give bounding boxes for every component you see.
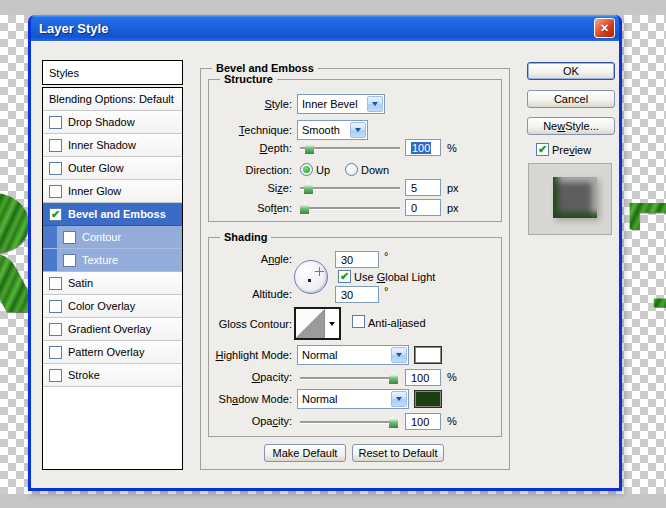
sidebar-item-label: Outer Glow [68, 162, 124, 174]
indent-strip [43, 226, 57, 248]
sidebar-item-label: Color Overlay [68, 300, 135, 312]
style-dropdown[interactable]: Inner Bevel [297, 94, 385, 114]
highlight-color-swatch[interactable] [414, 346, 442, 364]
sidebar-item-color-overlay[interactable]: Color Overlay [43, 295, 182, 318]
canvas-edge-top [0, 0, 666, 15]
sidebar-item-contour[interactable]: Contour [43, 226, 182, 249]
make-default-button[interactable]: Make Default [264, 444, 346, 462]
sidebar-item-stroke[interactable]: Stroke [43, 364, 182, 387]
screenshot-stage: R T Layer Style ✕ Styles Blending Option… [0, 0, 666, 508]
altitude-unit: ° [384, 285, 388, 297]
sidebar-item-satin[interactable]: Satin [43, 272, 182, 295]
outer-glow-checkbox[interactable] [49, 162, 62, 175]
shadow-mode-label: Shadow Mode: [197, 393, 292, 405]
technique-dropdown[interactable]: Smooth [297, 120, 368, 140]
cancel-button[interactable]: Cancel [527, 90, 615, 108]
soften-field[interactable]: 0 [405, 199, 441, 216]
dropdown-button[interactable] [391, 347, 407, 363]
direction-down-radio[interactable] [345, 163, 358, 176]
technique-label: Technique: [197, 124, 292, 136]
gloss-contour-thumbnail[interactable] [296, 309, 324, 338]
depth-value: 100 [411, 142, 431, 154]
direction-up-radio[interactable] [300, 163, 313, 176]
size-slider[interactable] [300, 187, 400, 189]
sidebar-item-texture[interactable]: Texture [43, 249, 182, 272]
background-letter-right: T [628, 186, 666, 328]
depth-label: Depth: [197, 142, 292, 154]
sidebar-item-outer-glow[interactable]: Outer Glow [43, 157, 182, 180]
new-style-button[interactable]: New Style... [527, 117, 615, 135]
shadow-opacity-label: Opacity: [197, 415, 292, 427]
preview-label: Preview [552, 144, 591, 156]
shadow-opacity-field[interactable]: 100 [405, 413, 441, 430]
depth-slider[interactable] [300, 147, 400, 149]
close-button[interactable]: ✕ [594, 18, 615, 38]
highlight-opacity-unit: % [447, 371, 457, 383]
sidebar-item-label: Drop Shadow [68, 116, 135, 128]
highlight-opacity-label: Opacity: [197, 371, 292, 383]
reset-to-default-button[interactable]: Reset to Default [352, 444, 444, 462]
sidebar-item-pattern-overlay[interactable]: Pattern Overlay [43, 341, 182, 364]
crosshair-cursor-icon [315, 267, 324, 276]
ok-button[interactable]: OK [527, 62, 615, 80]
soften-slider[interactable] [300, 207, 400, 209]
stroke-checkbox[interactable] [49, 369, 62, 382]
gloss-contour-label: Gloss Contour: [197, 318, 292, 330]
preview-checkbox[interactable]: ✔ [536, 143, 549, 156]
angle-label: Angle: [197, 253, 292, 265]
layer-style-dialog: Layer Style ✕ Styles Blending Options: D… [28, 15, 622, 491]
sidebar-item-label: Inner Shadow [68, 139, 136, 151]
direction-down-label: Down [361, 164, 389, 176]
highlight-opacity-field[interactable]: 100 [405, 369, 441, 386]
color-overlay-checkbox[interactable] [49, 300, 62, 313]
shadow-mode-dropdown[interactable]: Normal [297, 389, 409, 409]
dropdown-button[interactable] [350, 122, 366, 138]
styles-header: Styles [42, 60, 183, 85]
gloss-contour-picker[interactable] [294, 307, 341, 340]
sidebar-item-label: Stroke [68, 369, 100, 381]
inner-shadow-checkbox[interactable] [49, 139, 62, 152]
bevel-emboss-checkbox[interactable]: ✔ [49, 208, 62, 221]
satin-checkbox[interactable] [49, 277, 62, 290]
dialog-title: Layer Style [39, 21, 108, 36]
close-icon: ✕ [600, 22, 609, 35]
sidebar-item-inner-shadow[interactable]: Inner Shadow [43, 134, 182, 157]
dialog-body: Styles Blending Options: Default Drop Sh… [31, 41, 619, 488]
use-global-light-checkbox[interactable]: ✔ [338, 270, 351, 283]
dialog-titlebar[interactable]: Layer Style ✕ [31, 15, 619, 41]
texture-checkbox[interactable] [63, 254, 76, 267]
highlight-mode-dropdown[interactable]: Normal [297, 345, 409, 365]
sidebar-item-gradient-overlay[interactable]: Gradient Overlay [43, 318, 182, 341]
size-field[interactable]: 5 [405, 179, 441, 196]
sidebar-item-drop-shadow[interactable]: Drop Shadow [43, 111, 182, 134]
gradient-overlay-checkbox[interactable] [49, 323, 62, 336]
angle-unit: ° [384, 250, 388, 262]
structure-group-title: Structure [220, 73, 277, 85]
dropdown-button[interactable] [391, 391, 407, 407]
style-label: Style: [197, 98, 292, 110]
contour-checkbox[interactable] [63, 231, 76, 244]
drop-shadow-checkbox[interactable] [49, 116, 62, 129]
size-value: 5 [411, 182, 417, 194]
direction-label: Direction: [197, 164, 292, 176]
angle-field[interactable]: 30 [335, 251, 379, 268]
sidebar-item-inner-glow[interactable]: Inner Glow [43, 180, 182, 203]
shadow-color-swatch[interactable] [414, 390, 442, 408]
sidebar-item-label: Satin [68, 277, 93, 289]
altitude-field[interactable]: 30 [335, 286, 379, 303]
depth-field[interactable]: 100 [405, 139, 441, 156]
inner-glow-checkbox[interactable] [49, 185, 62, 198]
gloss-contour-dropdown-button[interactable] [324, 309, 339, 338]
soften-value: 0 [411, 202, 417, 214]
anti-aliased-checkbox[interactable] [352, 315, 365, 328]
sidebar-item-bevel-and-emboss[interactable]: ✔ Bevel and Emboss [43, 203, 182, 226]
sidebar-item-label: Pattern Overlay [68, 346, 144, 358]
dropdown-button[interactable] [367, 96, 383, 112]
angle-dial[interactable] [294, 260, 328, 294]
pattern-overlay-checkbox[interactable] [49, 346, 62, 359]
shadow-mode-value: Normal [302, 393, 337, 405]
chevron-down-icon [355, 128, 361, 132]
sidebar-item-blending-options[interactable]: Blending Options: Default [43, 88, 182, 111]
highlight-opacity-slider[interactable] [300, 377, 398, 379]
shadow-opacity-slider[interactable] [300, 421, 398, 423]
